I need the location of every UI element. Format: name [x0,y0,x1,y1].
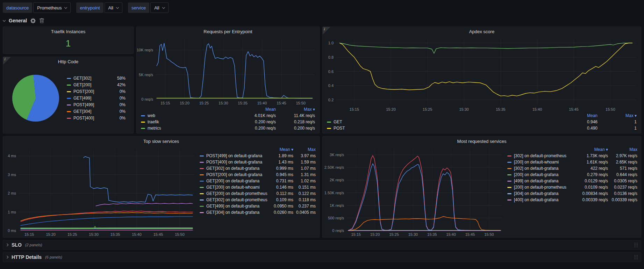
panel-traefik-instances: Traefik Instances 1 [3,27,134,54]
panel-apdex-score: i Apdex score 1.00.80.60.40.215:1515:201… [322,27,641,133]
datasource-picker[interactable]: Prometheus [33,2,71,13]
legend-sort-mean[interactable]: Mean ▾ [271,147,293,152]
series-color-marker [200,168,204,169]
legend-item[interactable]: traefik0.200 req/s0.218 req/s [141,119,315,125]
legend-header: MeanMax ▾ [141,106,315,112]
svg-text:15:45: 15:45 [465,232,475,237]
legend-item[interactable]: GET[499] on default-grafana0.0950 ms0.23… [200,203,316,209]
gear-icon[interactable] [30,18,36,23]
legend-header: MeanMax ▾ [327,112,637,119]
svg-text:0.6: 0.6 [328,70,334,74]
series-color-marker [200,193,204,194]
row-drag-handle[interactable] [634,242,638,247]
legend-item[interactable]: [302] on default-prometheus1.73K req/s2.… [507,153,637,159]
svg-text:500 req/s: 500 req/s [328,216,344,220]
service-label: service [128,2,149,13]
panel-title[interactable]: Http Code [3,57,133,66]
svg-text:2.50K req/s: 2.50K req/s [324,165,344,169]
panel-title[interactable]: Top slow services [3,137,319,146]
legend-item[interactable]: POST[499]0% [67,102,126,108]
legend-item[interactable]: metrics0.200 req/s0.200 req/s [141,125,315,131]
legend-sort-max[interactable]: Max [293,147,316,152]
stat-value: 1 [3,36,133,53]
svg-text:4 ms: 4 ms [8,154,16,158]
legend-item[interactable]: POST[200] on default-grafana0.945 ms1.31… [200,172,316,178]
legend-item[interactable]: [400] on default-grafana0.00339 req/s0.0… [507,197,637,203]
series-color-marker [507,199,511,201]
panel-title[interactable]: Most requested services [323,137,641,146]
legend-item[interactable]: [200] on default-whoami1.61K req/s2.65K … [507,159,637,165]
row-slo[interactable]: SLO (2 panels) [3,240,641,250]
series-color-marker [327,128,331,129]
legend-sort-max[interactable]: Max ▾ [276,107,315,112]
row-drag-handle[interactable] [634,255,638,260]
svg-text:2 ms: 2 ms [8,191,16,195]
entrypoint-picker[interactable]: All [105,2,122,13]
svg-text:15:25: 15:25 [199,101,209,105]
info-icon[interactable]: i [323,27,330,35]
legend-item[interactable]: GET[302] on default-prometheus0.109 ms0.… [200,197,316,203]
legend-item[interactable]: [200] on default-prometheus0.0109 req/s0… [507,184,637,190]
legend-item[interactable]: POST0.4901 [327,125,637,131]
panel-title[interactable]: Traefik Instances [3,27,133,36]
series-color-marker [67,111,71,112]
legend-item[interactable]: GET[302]58% [67,75,126,82]
series-color-marker [67,118,71,119]
series-color-marker [200,206,204,207]
panel-title[interactable]: Apdex score [323,27,641,36]
legend-item[interactable]: GET[200] on default-grafana0.731 ms1.02 … [200,178,316,184]
service-value: All [154,5,159,10]
info-icon[interactable]: i [3,57,11,65]
svg-text:15:30: 15:30 [219,101,228,105]
datasource-label: datasource [3,2,32,13]
legend-item[interactable]: POST[200]0% [67,88,126,95]
series-color-marker [507,162,511,163]
service-picker[interactable]: All [150,2,168,13]
svg-text:15:20: 15:20 [370,232,380,237]
legend-item[interactable]: GET[304]0% [67,108,126,115]
legend-item[interactable]: GET[302] on default-grafana0.999 ms1.07 … [200,165,316,172]
legend-item[interactable]: [200] on default-grafana0.279 req/s0.644… [507,172,637,178]
legend-item[interactable]: GET[200] on default-prometheus0.112 ms0.… [200,190,316,197]
svg-text:15:35: 15:35 [110,232,120,237]
legend-item[interactable]: GET[200]42% [67,82,126,88]
row-http-details[interactable]: HTTP Details (6 panels) [3,252,641,262]
top-slow-chart[interactable]: 4 ms3 ms2 ms1 ms0 ms15:1515:2015:2515:30… [3,146,200,237]
legend-sort-mean[interactable]: Mean [558,113,598,118]
legend-item[interactable]: [304] on default-grafana0.00834 req/s0.0… [507,190,637,197]
legend-sort-max[interactable]: Max ▾ [598,113,637,118]
chevron-right-icon [6,243,8,246]
legend-item[interactable]: GET[200] on default-whoami0.146 ms0.151 … [200,184,316,190]
legend-item[interactable]: GET0.9461 [327,119,637,125]
legend-item[interactable]: web4.01K req/s11.4K req/s [141,112,315,119]
row-title: General [9,18,27,23]
legend-header: Mean ▾Max [200,146,316,153]
apdex-chart[interactable]: 1.00.80.60.40.215:1515:2015:2515:3015:35… [323,36,641,112]
svg-text:15:50: 15:50 [484,232,494,237]
legend-item[interactable]: [302] on default-grafana422 req/s571 req… [507,165,637,172]
svg-text:15:20: 15:20 [46,232,56,237]
legend-sort-mean[interactable]: Mean ▾ [579,147,608,152]
legend-item[interactable]: POST[499] on default-grafana1.89 ms3.97 … [200,153,316,159]
svg-text:15:45: 15:45 [277,101,286,105]
legend-item[interactable]: POST[400]0% [67,115,126,122]
http-code-pie-chart[interactable] [12,75,59,122]
legend-item[interactable]: GET[499]0% [67,95,126,102]
panel-title[interactable]: Requests per Entrypoint [137,27,319,36]
svg-text:15:25: 15:25 [389,232,399,237]
svg-text:15:50: 15:50 [606,107,615,111]
legend-sort-mean[interactable]: Mean [237,107,276,112]
row-panel-count: (6 panels) [45,255,62,259]
svg-text:1.0: 1.0 [328,41,334,45]
legend-item[interactable]: [499] on default-grafana0.0129 req/s0.03… [507,178,637,184]
legend-item[interactable]: POST[400] on default-grafana1.43 ms1.59 … [200,159,316,165]
row-general[interactable]: General [0,15,644,26]
most-requested-chart[interactable]: 3K req/s2.50K req/s2K req/s1.50K req/s1K… [323,146,507,237]
legend-item[interactable]: GET[304] on default-grafana0.0260 ms0.04… [200,209,316,216]
svg-text:15:30: 15:30 [89,232,99,237]
variable-entrypoint: entrypoint All [76,2,122,13]
svg-text:15:45: 15:45 [153,232,163,237]
legend-sort-max[interactable]: Max [608,147,637,152]
trash-icon[interactable] [39,18,44,23]
requests-chart[interactable]: 0 req/s5K req/s10K req/s15:1515:2015:251… [137,36,319,106]
